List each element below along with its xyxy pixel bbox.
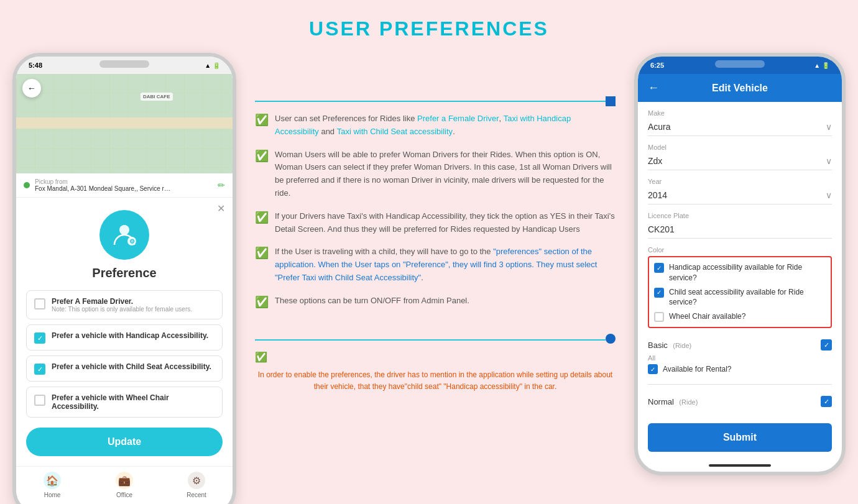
childseat-checkbox-item[interactable]: ✓ Child seat accessibility available for… xyxy=(654,287,826,308)
center-content: ✅ User can set Preferences for Rides lik… xyxy=(242,53,628,399)
bullet-section: ✅ User can set Preferences for Rides lik… xyxy=(255,112,616,309)
year-value: 2014 xyxy=(648,190,667,200)
pref-option-childseat[interactable]: ✓ Prefer a vehicle with Child Seat Acces… xyxy=(26,355,223,382)
basic-title: Basic xyxy=(648,341,668,350)
left-status-bar: 5:48 ▲ 🔋 xyxy=(16,57,233,74)
pref-checkbox-female[interactable] xyxy=(34,298,45,309)
nav-item-office[interactable]: 💼 Office xyxy=(88,472,160,498)
notch-pill xyxy=(99,60,149,68)
pref-checkbox-childseat[interactable]: ✓ xyxy=(34,364,45,375)
left-time: 5:48 xyxy=(29,62,42,69)
page-title: USER PREFERENCES xyxy=(0,0,858,53)
top-connector-dot xyxy=(606,96,616,106)
nav-label-recent: Recent xyxy=(187,492,206,498)
licence-field: Licence Plate CK201 xyxy=(648,212,832,239)
bullet-text-3: If your Drivers have Taxi's with Handica… xyxy=(275,210,616,236)
model-value-row[interactable]: Zdx ∨ xyxy=(648,152,832,170)
pref-text-female: Prefer A Female Driver. Note: This optio… xyxy=(52,297,214,313)
update-button[interactable]: Update xyxy=(26,428,223,456)
nav-label-home: Home xyxy=(44,492,61,498)
model-label: Model xyxy=(648,144,832,151)
submit-button[interactable]: Submit xyxy=(648,423,832,452)
handicap-cb-text: Handicap accessibility available for Rid… xyxy=(669,262,826,283)
make-value: Acura xyxy=(648,122,671,132)
map-road-horizontal xyxy=(16,117,233,129)
right-status-bar: 6:25 ▲ 🔋 xyxy=(638,57,842,74)
home-icon: 🏠 xyxy=(44,472,61,489)
modal-icon-area: ⚙ xyxy=(16,198,233,266)
year-field: Year 2014 ∨ xyxy=(648,178,832,204)
normal-section-title-area: Normal (Ride) xyxy=(648,396,698,407)
bottom-note: In order to enable the preferences, the … xyxy=(255,369,616,393)
normal-ride-section: Normal (Ride) ✓ xyxy=(648,391,832,416)
bottom-nav: 🏠 Home 💼 Office ⚙ Recent xyxy=(16,466,233,501)
pref-option-handicap[interactable]: ✓ Prefer a vehicle with Handicap Accessi… xyxy=(26,324,223,351)
pref-main-wheelchair: Prefer a vehicle with Wheel Chair Access… xyxy=(52,393,214,411)
preference-modal: ✕ ⚙ Preference Prefer A Fem xyxy=(16,198,233,456)
pref-checkbox-handicap[interactable]: ✓ xyxy=(34,332,45,344)
licence-value-row: CK201 xyxy=(648,221,832,239)
right-phone: 6:25 ▲ 🔋 ← Edit Vehicle Make Acura ∨ Mod… xyxy=(634,53,846,475)
pref-option-wheelchair[interactable]: Prefer a vehicle with Wheel Chair Access… xyxy=(26,387,223,418)
handicap-checkbox[interactable]: ✓ xyxy=(654,263,664,273)
basic-section-title-area: Basic (Ride) xyxy=(648,339,691,351)
bullet-icon-4: ✅ xyxy=(255,246,269,260)
pref-note-female: Note: This option is only available for … xyxy=(52,306,214,313)
year-value-row[interactable]: 2014 ∨ xyxy=(648,186,832,204)
pref-option-female[interactable]: Prefer A Female Driver. Note: This optio… xyxy=(26,290,223,319)
rental-checkbox[interactable]: ✓ xyxy=(648,364,658,374)
edit-vehicle-header: ← Edit Vehicle xyxy=(638,74,842,102)
rental-text: Available for Rental? xyxy=(663,365,732,373)
edit-vehicle-back-button[interactable]: ← xyxy=(648,81,659,94)
wheelchair-cb-text: Wheel Chair available? xyxy=(669,311,745,322)
make-value-row[interactable]: Acura ∨ xyxy=(648,118,832,136)
wheelchair-checkbox-item[interactable]: Wheel Chair available? xyxy=(654,311,826,322)
bullet-item-5: ✅ These options can be turn ON/OFF from … xyxy=(255,295,616,309)
basic-ride-section: Basic (Ride) ✓ All ✓ Available for Renta… xyxy=(648,334,832,379)
year-chevron-icon: ∨ xyxy=(826,190,832,200)
color-checkboxes: ✓ Handicap accessibility available for R… xyxy=(648,256,832,328)
left-phone: 5:48 ▲ 🔋 DABI CAFE ← Pickup from Fox Man… xyxy=(12,53,236,504)
left-battery: ▲ 🔋 xyxy=(205,62,220,69)
normal-checkbox[interactable]: ✓ xyxy=(821,396,832,407)
wheelchair-checkbox[interactable] xyxy=(654,312,664,322)
pickup-edit-icon[interactable]: ✏ xyxy=(218,180,225,190)
nav-label-office: Office xyxy=(116,492,132,498)
edit-vehicle-title: Edit Vehicle xyxy=(667,83,813,94)
nav-item-home[interactable]: 🏠 Home xyxy=(16,472,88,498)
licence-label: Licence Plate xyxy=(648,212,832,219)
color-section: Color ✓ Handicap accessibility available… xyxy=(648,246,832,328)
pref-text-handicap: Prefer a vehicle with Handicap Accessibi… xyxy=(52,331,214,340)
pickup-address: Fox Mandal, A-301 Mondeal Square,, Servi… xyxy=(35,185,172,192)
office-icon: 💼 xyxy=(116,472,133,489)
childseat-cb-text: Child seat accessibility available for R… xyxy=(669,287,826,308)
right-battery: ▲ 🔋 xyxy=(814,62,829,69)
pickup-dot xyxy=(24,182,30,188)
bullet-text-1: User can set Preferences for Rides like … xyxy=(275,112,616,139)
handicap-checkbox-item[interactable]: ✓ Handicap accessibility available for R… xyxy=(654,262,826,283)
childseat-checkbox[interactable]: ✓ xyxy=(654,288,664,298)
svg-point-4 xyxy=(606,334,616,344)
pref-main-female: Prefer A Female Driver. xyxy=(52,297,214,306)
make-chevron-icon: ∨ xyxy=(826,122,832,132)
bullet-text-2: Woman Users will be able to prefer Woman… xyxy=(275,149,616,200)
nav-item-recent[interactable]: ⚙ Recent xyxy=(160,472,233,498)
make-field: Make Acura ∨ xyxy=(648,109,832,136)
modal-close-button[interactable]: ✕ xyxy=(217,203,225,214)
left-phone-home-bar xyxy=(16,501,233,504)
preference-options: Prefer A Female Driver. Note: This optio… xyxy=(16,290,233,418)
svg-point-0 xyxy=(119,225,129,235)
edit-vehicle-form: Make Acura ∨ Model Zdx ∨ Year 2014 xyxy=(638,102,842,459)
map-area: DABI CAFE ← xyxy=(16,74,233,173)
svg-text:⚙: ⚙ xyxy=(129,238,135,245)
pickup-label: Pickup from xyxy=(35,178,213,185)
make-label: Make xyxy=(648,109,832,117)
recent-icon: ⚙ xyxy=(188,472,205,489)
pref-text-wheelchair: Prefer a vehicle with Wheel Chair Access… xyxy=(52,393,214,411)
pref-checkbox-wheelchair[interactable] xyxy=(34,395,45,406)
year-label: Year xyxy=(648,178,832,185)
basic-checkbox[interactable]: ✓ xyxy=(821,339,832,351)
licence-value: CK201 xyxy=(648,224,675,234)
map-back-button[interactable]: ← xyxy=(22,79,41,98)
pickup-bar: Pickup from Fox Mandal, A-301 Mondeal Sq… xyxy=(16,173,233,198)
